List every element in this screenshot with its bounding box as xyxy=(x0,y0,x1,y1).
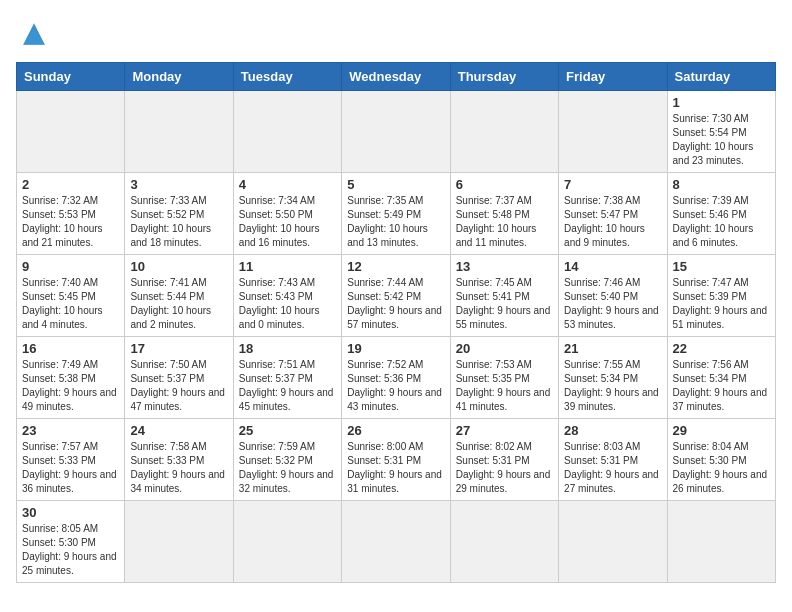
weekday-header-sunday: Sunday xyxy=(17,63,125,91)
day-number: 12 xyxy=(347,259,444,274)
day-info: Sunrise: 8:04 AM Sunset: 5:30 PM Dayligh… xyxy=(673,440,770,496)
day-number: 3 xyxy=(130,177,227,192)
day-info: Sunrise: 7:56 AM Sunset: 5:34 PM Dayligh… xyxy=(673,358,770,414)
weekday-header-saturday: Saturday xyxy=(667,63,775,91)
day-number: 24 xyxy=(130,423,227,438)
weekday-row: SundayMondayTuesdayWednesdayThursdayFrid… xyxy=(17,63,776,91)
calendar: SundayMondayTuesdayWednesdayThursdayFrid… xyxy=(16,62,776,583)
day-info: Sunrise: 7:40 AM Sunset: 5:45 PM Dayligh… xyxy=(22,276,119,332)
day-info: Sunrise: 8:00 AM Sunset: 5:31 PM Dayligh… xyxy=(347,440,444,496)
day-number: 8 xyxy=(673,177,770,192)
calendar-cell xyxy=(233,91,341,173)
day-number: 25 xyxy=(239,423,336,438)
day-info: Sunrise: 7:34 AM Sunset: 5:50 PM Dayligh… xyxy=(239,194,336,250)
day-info: Sunrise: 7:47 AM Sunset: 5:39 PM Dayligh… xyxy=(673,276,770,332)
calendar-cell: 21Sunrise: 7:55 AM Sunset: 5:34 PM Dayli… xyxy=(559,337,667,419)
day-number: 9 xyxy=(22,259,119,274)
day-info: Sunrise: 7:30 AM Sunset: 5:54 PM Dayligh… xyxy=(673,112,770,168)
day-info: Sunrise: 7:37 AM Sunset: 5:48 PM Dayligh… xyxy=(456,194,553,250)
day-number: 17 xyxy=(130,341,227,356)
day-info: Sunrise: 7:39 AM Sunset: 5:46 PM Dayligh… xyxy=(673,194,770,250)
calendar-cell: 20Sunrise: 7:53 AM Sunset: 5:35 PM Dayli… xyxy=(450,337,558,419)
weekday-header-thursday: Thursday xyxy=(450,63,558,91)
calendar-cell xyxy=(233,501,341,583)
day-number: 11 xyxy=(239,259,336,274)
calendar-cell: 14Sunrise: 7:46 AM Sunset: 5:40 PM Dayli… xyxy=(559,255,667,337)
calendar-cell xyxy=(342,501,450,583)
day-info: Sunrise: 7:35 AM Sunset: 5:49 PM Dayligh… xyxy=(347,194,444,250)
day-info: Sunrise: 7:32 AM Sunset: 5:53 PM Dayligh… xyxy=(22,194,119,250)
calendar-cell: 1Sunrise: 7:30 AM Sunset: 5:54 PM Daylig… xyxy=(667,91,775,173)
weekday-header-friday: Friday xyxy=(559,63,667,91)
calendar-cell: 9Sunrise: 7:40 AM Sunset: 5:45 PM Daylig… xyxy=(17,255,125,337)
calendar-cell: 30Sunrise: 8:05 AM Sunset: 5:30 PM Dayli… xyxy=(17,501,125,583)
calendar-cell: 23Sunrise: 7:57 AM Sunset: 5:33 PM Dayli… xyxy=(17,419,125,501)
calendar-cell: 12Sunrise: 7:44 AM Sunset: 5:42 PM Dayli… xyxy=(342,255,450,337)
day-number: 20 xyxy=(456,341,553,356)
day-info: Sunrise: 7:58 AM Sunset: 5:33 PM Dayligh… xyxy=(130,440,227,496)
calendar-week-3: 16Sunrise: 7:49 AM Sunset: 5:38 PM Dayli… xyxy=(17,337,776,419)
day-number: 1 xyxy=(673,95,770,110)
day-number: 10 xyxy=(130,259,227,274)
calendar-cell: 29Sunrise: 8:04 AM Sunset: 5:30 PM Dayli… xyxy=(667,419,775,501)
day-info: Sunrise: 7:51 AM Sunset: 5:37 PM Dayligh… xyxy=(239,358,336,414)
calendar-cell: 18Sunrise: 7:51 AM Sunset: 5:37 PM Dayli… xyxy=(233,337,341,419)
day-number: 14 xyxy=(564,259,661,274)
calendar-cell: 2Sunrise: 7:32 AM Sunset: 5:53 PM Daylig… xyxy=(17,173,125,255)
calendar-cell: 3Sunrise: 7:33 AM Sunset: 5:52 PM Daylig… xyxy=(125,173,233,255)
calendar-cell: 15Sunrise: 7:47 AM Sunset: 5:39 PM Dayli… xyxy=(667,255,775,337)
day-number: 7 xyxy=(564,177,661,192)
day-number: 23 xyxy=(22,423,119,438)
day-number: 19 xyxy=(347,341,444,356)
day-number: 28 xyxy=(564,423,661,438)
calendar-cell: 4Sunrise: 7:34 AM Sunset: 5:50 PM Daylig… xyxy=(233,173,341,255)
calendar-cell xyxy=(342,91,450,173)
calendar-cell: 25Sunrise: 7:59 AM Sunset: 5:32 PM Dayli… xyxy=(233,419,341,501)
calendar-cell xyxy=(559,91,667,173)
day-number: 15 xyxy=(673,259,770,274)
day-info: Sunrise: 7:44 AM Sunset: 5:42 PM Dayligh… xyxy=(347,276,444,332)
day-info: Sunrise: 7:43 AM Sunset: 5:43 PM Dayligh… xyxy=(239,276,336,332)
day-number: 16 xyxy=(22,341,119,356)
calendar-cell xyxy=(17,91,125,173)
day-number: 27 xyxy=(456,423,553,438)
calendar-cell: 22Sunrise: 7:56 AM Sunset: 5:34 PM Dayli… xyxy=(667,337,775,419)
day-number: 18 xyxy=(239,341,336,356)
calendar-cell: 7Sunrise: 7:38 AM Sunset: 5:47 PM Daylig… xyxy=(559,173,667,255)
calendar-cell: 24Sunrise: 7:58 AM Sunset: 5:33 PM Dayli… xyxy=(125,419,233,501)
weekday-header-wednesday: Wednesday xyxy=(342,63,450,91)
calendar-week-2: 9Sunrise: 7:40 AM Sunset: 5:45 PM Daylig… xyxy=(17,255,776,337)
calendar-week-5: 30Sunrise: 8:05 AM Sunset: 5:30 PM Dayli… xyxy=(17,501,776,583)
calendar-body: 1Sunrise: 7:30 AM Sunset: 5:54 PM Daylig… xyxy=(17,91,776,583)
page-header xyxy=(16,16,776,52)
calendar-cell: 10Sunrise: 7:41 AM Sunset: 5:44 PM Dayli… xyxy=(125,255,233,337)
calendar-cell: 27Sunrise: 8:02 AM Sunset: 5:31 PM Dayli… xyxy=(450,419,558,501)
calendar-week-0: 1Sunrise: 7:30 AM Sunset: 5:54 PM Daylig… xyxy=(17,91,776,173)
day-info: Sunrise: 8:05 AM Sunset: 5:30 PM Dayligh… xyxy=(22,522,119,578)
calendar-cell xyxy=(450,501,558,583)
day-info: Sunrise: 8:02 AM Sunset: 5:31 PM Dayligh… xyxy=(456,440,553,496)
day-number: 6 xyxy=(456,177,553,192)
day-info: Sunrise: 7:59 AM Sunset: 5:32 PM Dayligh… xyxy=(239,440,336,496)
day-info: Sunrise: 7:52 AM Sunset: 5:36 PM Dayligh… xyxy=(347,358,444,414)
calendar-week-1: 2Sunrise: 7:32 AM Sunset: 5:53 PM Daylig… xyxy=(17,173,776,255)
calendar-cell xyxy=(125,501,233,583)
weekday-header-tuesday: Tuesday xyxy=(233,63,341,91)
calendar-cell xyxy=(125,91,233,173)
calendar-week-4: 23Sunrise: 7:57 AM Sunset: 5:33 PM Dayli… xyxy=(17,419,776,501)
calendar-cell: 8Sunrise: 7:39 AM Sunset: 5:46 PM Daylig… xyxy=(667,173,775,255)
day-info: Sunrise: 7:53 AM Sunset: 5:35 PM Dayligh… xyxy=(456,358,553,414)
day-info: Sunrise: 7:41 AM Sunset: 5:44 PM Dayligh… xyxy=(130,276,227,332)
calendar-cell: 28Sunrise: 8:03 AM Sunset: 5:31 PM Dayli… xyxy=(559,419,667,501)
weekday-header-monday: Monday xyxy=(125,63,233,91)
day-number: 2 xyxy=(22,177,119,192)
day-info: Sunrise: 7:57 AM Sunset: 5:33 PM Dayligh… xyxy=(22,440,119,496)
calendar-cell xyxy=(450,91,558,173)
calendar-cell xyxy=(559,501,667,583)
day-info: Sunrise: 7:38 AM Sunset: 5:47 PM Dayligh… xyxy=(564,194,661,250)
day-number: 29 xyxy=(673,423,770,438)
day-number: 26 xyxy=(347,423,444,438)
day-number: 30 xyxy=(22,505,119,520)
calendar-cell: 5Sunrise: 7:35 AM Sunset: 5:49 PM Daylig… xyxy=(342,173,450,255)
day-info: Sunrise: 7:50 AM Sunset: 5:37 PM Dayligh… xyxy=(130,358,227,414)
